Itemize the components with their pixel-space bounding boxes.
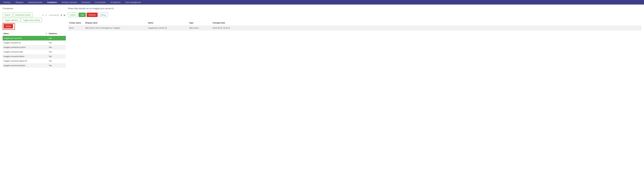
toggle-active-button[interactable]: Toggle active (temp): [21, 18, 42, 22]
flows-debug-button[interactable]: Debug: [98, 13, 108, 17]
cell-changed-date: 2024-05-02 19:18:21: [211, 25, 641, 31]
toggle-stateless-button[interactable]: Toggle stateless: [3, 18, 20, 22]
cell-name: imagets.connector.custom: [3, 45, 48, 50]
table-row[interactable]: imagets.connector.failovr.02Yes: [3, 59, 66, 63]
cell-flow-type: JMS server: [188, 25, 211, 31]
cell-name: imagets.jms-server.01: [3, 36, 48, 41]
containers-title: Containers: [3, 7, 66, 10]
cell-name: imagets.connector.dtbs: [3, 50, 48, 54]
col-name[interactable]: Name ▲: [3, 31, 48, 36]
containers-panel: Containers Search Download runtime 1 to …: [3, 7, 66, 68]
cell-stateless: Yes: [48, 63, 66, 68]
cell-flow-name: imagets.jms-server-01: [147, 25, 188, 31]
nav-user-management[interactable]: User management: [123, 0, 143, 5]
nav-testing-label: Testing: [3, 0, 9, 5]
cell-name: imagets.container.01: [3, 41, 48, 45]
cell-stateless: Yes: [48, 36, 66, 41]
page-first-icon[interactable]: [42, 14, 44, 17]
col-create-status[interactable]: Create status: [68, 20, 84, 25]
containers-table: Name ▲ Stateless imagets.jms-server.01Ye…: [3, 31, 66, 68]
cell-create-status: Done: [68, 25, 84, 31]
nav-containers[interactable]: Containers: [45, 0, 60, 5]
col-flow-name[interactable]: Name: [147, 20, 188, 25]
col-changed-date[interactable]: Changed date: [211, 20, 641, 25]
flows-remove-button[interactable]: Remove: [87, 13, 98, 17]
nav-releases[interactable]: Releases: [13, 0, 26, 5]
table-row[interactable]: imagets.connector.flsystmYes: [3, 63, 66, 68]
col-display-name[interactable]: Display name: [84, 20, 147, 25]
nav-runtime-overview[interactable]: Runtime overview: [60, 0, 79, 5]
nav-testing[interactable]: Testing: [1, 0, 13, 5]
flows-panel: Flows that should run on imagets.jms-ser…: [68, 7, 641, 31]
nav-deployment-plan[interactable]: Deployment plan: [26, 0, 45, 5]
delete-button[interactable]: Delete: [4, 24, 13, 29]
col-flow-type[interactable]: Type: [188, 20, 211, 25]
flows-search-button[interactable]: Search: [68, 13, 78, 17]
containers-search-button[interactable]: Search: [3, 13, 12, 17]
nav-on-premises[interactable]: On premises: [92, 0, 108, 5]
nav-properties[interactable]: Properties: [79, 0, 92, 5]
cell-name: imagets.connector.flsystm: [3, 63, 48, 68]
flows-table: Create status Display name Name Type Cha…: [68, 20, 641, 31]
table-row[interactable]: imagets.connector.failovrYes: [3, 54, 66, 59]
cell-stateless: Yes: [48, 54, 66, 59]
cell-name: imagets.connector.failovr.02: [3, 59, 48, 63]
caret-down-icon: [10, 2, 11, 3]
paginator-text: 1 to 20 of 26: [49, 14, 58, 16]
table-row[interactable]: imagets.connector.customYes: [3, 45, 66, 50]
containers-paginator: 1 to 20 of 26: [42, 14, 66, 17]
nav-architecture[interactable]: Architecture: [108, 0, 123, 5]
main-navbar: Testing Releases Deployment plan Contain…: [0, 0, 644, 5]
table-row[interactable]: DoneJMS server #01 of message bus 'image…: [68, 25, 641, 31]
delete-button-highlight: Delete: [3, 23, 15, 30]
download-runtime-button[interactable]: Download runtime: [13, 13, 32, 17]
cell-display-name: JMS server #01 of message bus 'imagets': [84, 25, 147, 31]
table-row[interactable]: imagets.jms-server.01Yes: [3, 36, 66, 41]
cell-name: imagets.connector.failovr: [3, 54, 48, 59]
flows-add-button[interactable]: Add: [78, 13, 86, 17]
page-last-icon[interactable]: [63, 14, 66, 17]
cell-stateless: Yes: [48, 41, 66, 45]
page-next-icon[interactable]: [60, 14, 62, 17]
table-row[interactable]: imagets.connector.dtbsYes: [3, 50, 66, 54]
sort-asc-icon: ▲: [46, 32, 47, 34]
page-prev-icon[interactable]: [45, 14, 48, 17]
col-stateless[interactable]: Stateless: [48, 31, 66, 36]
table-row[interactable]: imagets.container.01Yes: [3, 41, 66, 45]
cell-stateless: Yes: [48, 59, 66, 63]
cell-stateless: Yes: [48, 50, 66, 54]
cell-stateless: Yes: [48, 45, 66, 50]
flows-title: Flows that should run on imagets.jms-ser…: [68, 7, 641, 10]
